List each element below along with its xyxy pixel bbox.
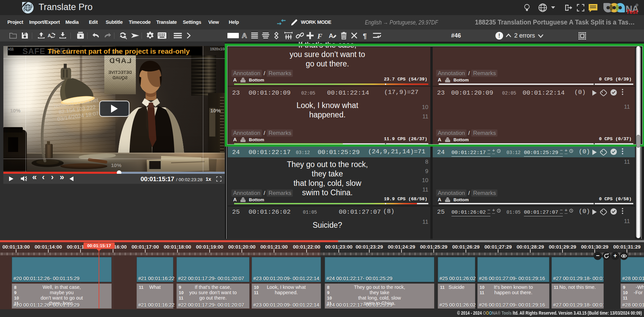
svg-text:A: A [329,32,333,39]
svg-text:A: A [242,32,247,39]
svg-text:R: R [636,4,638,6]
svg-text:A: A [48,33,51,38]
